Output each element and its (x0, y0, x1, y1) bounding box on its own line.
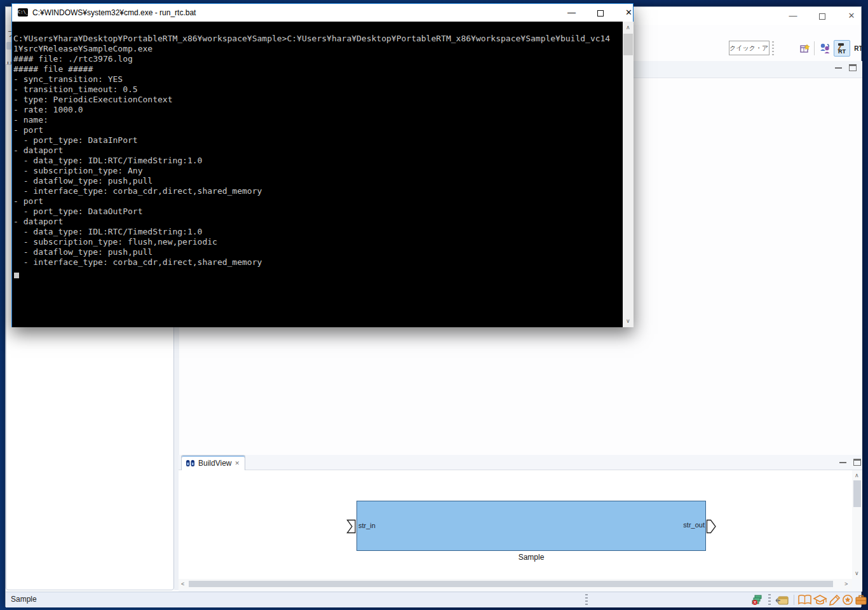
scrollbar-thumb[interactable] (853, 480, 861, 507)
briefcase-icon[interactable] (855, 594, 867, 606)
out-port-icon[interactable] (706, 519, 717, 534)
tab-build-view[interactable]: BuildView ✕ (181, 455, 245, 470)
badge-icon[interactable] (841, 594, 854, 606)
buildview-maximize-icon[interactable] (853, 459, 861, 466)
restore-welcome-icon[interactable] (775, 594, 791, 606)
terminal-output[interactable]: C:¥Users¥hara¥Desktop¥PortableRTM_x86¥wo… (12, 22, 623, 327)
rt-builder-perspective-button[interactable]: RT (834, 40, 850, 57)
scroll-up-icon[interactable]: ∧ (855, 473, 859, 478)
grip-handle[interactable] (585, 594, 588, 606)
grip-handle[interactable] (772, 41, 774, 55)
book-icon[interactable] (797, 594, 813, 606)
rt-perspective-button[interactable]: RT (851, 40, 865, 57)
open-perspective-button[interactable] (798, 40, 812, 57)
scroll-left-icon[interactable]: < (181, 581, 184, 587)
cmd-titlebar[interactable]: C:\_ C:¥WINDOWS¥system32¥cmd.exe - run_r… (12, 4, 633, 22)
buildview-minimize-icon[interactable] (839, 461, 846, 463)
eclipse-close-button[interactable]: ✕ (837, 7, 866, 25)
quick-access-input[interactable]: クイック・アクセス (729, 41, 770, 55)
svg-text:RT: RT (838, 48, 846, 55)
scroll-down-icon[interactable]: ∨ (626, 318, 630, 324)
tab-close-icon[interactable]: ✕ (234, 460, 240, 466)
pencil-icon[interactable] (828, 594, 841, 606)
maximize-icon (819, 13, 825, 20)
terminal-cursor (14, 273, 19, 278)
in-port-label: str_in (358, 522, 376, 529)
cmd-minimize-button[interactable]: — (557, 4, 586, 22)
server-stopped-icon[interactable] (752, 594, 764, 606)
open-perspective-icon (800, 44, 810, 53)
in-port-icon[interactable] (346, 519, 357, 534)
rtc-component-sample[interactable] (356, 501, 706, 551)
toolbar-separator (814, 41, 815, 55)
scroll-down-icon[interactable]: ∨ (855, 571, 859, 576)
maximize-icon (597, 10, 604, 17)
build-view-icon (186, 459, 195, 468)
status-selection-label: Sample (11, 595, 37, 604)
panel-minimize-icon[interactable] (835, 67, 842, 69)
scroll-up-icon[interactable]: ∧ (626, 25, 630, 30)
statusbar-separator (794, 595, 794, 605)
status-bar: Sample (6, 592, 861, 607)
scroll-right-icon[interactable]: > (844, 581, 848, 587)
scrollbar-thumb[interactable] (189, 581, 833, 587)
component-name-label: Sample (356, 553, 706, 562)
rt-system-editor-perspective-button[interactable] (817, 40, 832, 57)
cmd-window-title: C:¥WINDOWS¥system32¥cmd.exe - run_rtc.ba… (32, 8, 196, 17)
cmd-scrollbar[interactable]: ∧ ∨ (623, 22, 634, 327)
cmd-maximize-button[interactable] (586, 4, 614, 22)
cmd-window: C:\_ C:¥WINDOWS¥system32¥cmd.exe - run_r… (11, 3, 634, 327)
panel-maximize-icon[interactable] (849, 64, 857, 71)
scrollbar-thumb[interactable] (623, 34, 633, 55)
build-view-panel: BuildView ✕ str_in str_out Sample (179, 455, 862, 592)
rt-system-editor-perspective-icon (819, 43, 831, 54)
build-view-canvas[interactable]: str_in str_out Sample (179, 470, 852, 579)
desktop: — ✕ フ H ∨ クイック・アクセス (0, 0, 868, 610)
cmd-prompt-icon: C:\_ (18, 8, 28, 17)
build-view-vertical-scrollbar[interactable]: ∧ ∨ (852, 470, 862, 579)
grip-handle[interactable] (768, 594, 771, 606)
rt-builder-perspective-icon: RT (836, 43, 848, 55)
graduation-cap-icon[interactable] (813, 594, 828, 606)
terminal-text: C:¥Users¥hara¥Desktop¥PortableRTM_x86¥wo… (13, 34, 610, 268)
build-view-horizontal-scrollbar[interactable]: < > (179, 579, 852, 589)
build-view-tab-label: BuildView (198, 459, 231, 468)
eclipse-minimize-button[interactable]: — (778, 7, 808, 25)
eclipse-maximize-button[interactable] (808, 7, 837, 25)
out-port-label: str_out (669, 521, 705, 529)
cmd-close-button[interactable]: ✕ (614, 4, 643, 22)
build-view-tabbar: BuildView ✕ (179, 455, 862, 470)
